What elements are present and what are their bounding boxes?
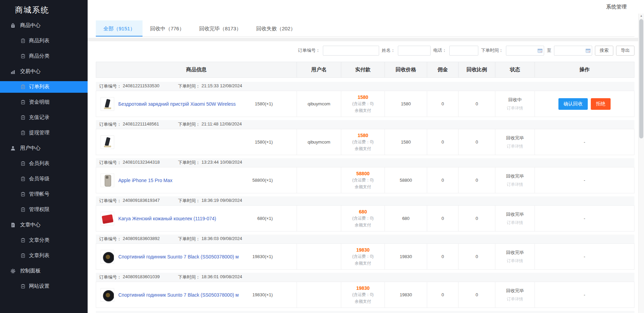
sidebar-section-1[interactable]: 交易中心 xyxy=(0,64,88,79)
commission-cell: 0 xyxy=(427,167,458,193)
product-image xyxy=(101,135,114,149)
sidebar-section-4[interactable]: 控制面板 xyxy=(0,263,88,279)
price-qty: 58800(×1) xyxy=(252,178,273,183)
no-action-placeholder: - xyxy=(584,292,585,297)
sidebar-section-3[interactable]: 文章中心 xyxy=(0,217,88,233)
sidebar: 商城系统 商品中心 商品列表 商品分类 交易中心 订单列表 资金明细 充值记录 … xyxy=(0,0,88,313)
tab-1[interactable]: 回收中（776） xyxy=(143,20,192,36)
username-cell xyxy=(297,282,341,308)
date-from-field xyxy=(506,46,544,56)
recycle-ratio-cell: 0 xyxy=(458,129,495,155)
shipping-note: (含运费：0) xyxy=(352,177,374,183)
username-cell xyxy=(297,206,341,231)
paid-cell: 58800 (含运费：0) 余额支付 xyxy=(341,167,385,193)
system-admin-link[interactable]: 系统管理 xyxy=(606,0,627,14)
operation-cell: 确认回收拒绝 xyxy=(535,91,634,117)
panel-divider xyxy=(88,38,644,41)
order-no-label: 订单编号： xyxy=(99,83,121,89)
status-text: 回收完毕 xyxy=(506,288,524,294)
order-detail-link[interactable]: 订单详情 xyxy=(507,182,523,188)
product-title-link[interactable]: Karya Женский кожаный кошелек (1119-074) xyxy=(118,216,216,221)
product-title-link[interactable]: Apple iPhone 15 Pro Max xyxy=(118,178,173,183)
sidebar-item-2-3[interactable]: 管理权限 xyxy=(0,202,88,217)
sidebar-item-3-0[interactable]: 文章分类 xyxy=(0,233,88,248)
order-time-label: 下单时间： xyxy=(178,236,200,242)
phone-input[interactable] xyxy=(449,46,478,56)
export-button[interactable]: 导出 xyxy=(616,46,634,56)
clipboard-icon xyxy=(20,130,26,135)
reject-button[interactable]: 拒绝 xyxy=(591,98,611,110)
no-action-placeholder: - xyxy=(584,254,585,259)
confirm-recycle-button[interactable]: 确认回收 xyxy=(558,98,588,110)
sidebar-menu: 商品中心 商品列表 商品分类 交易中心 订单列表 资金明细 充值记录 提现管理 … xyxy=(0,18,88,294)
sidebar-item-1-3[interactable]: 提现管理 xyxy=(0,125,88,140)
sidebar-item-label: 会员列表 xyxy=(29,160,49,167)
order-detail-link[interactable]: 订单详情 xyxy=(507,258,523,264)
sidebar-item-2-0[interactable]: 会员列表 xyxy=(0,156,88,171)
operation-cell: - xyxy=(535,167,634,193)
name-input[interactable] xyxy=(398,46,431,56)
order-detail-link[interactable]: 订单详情 xyxy=(507,144,523,149)
app-window: 商城系统 商品中心 商品列表 商品分类 交易中心 订单列表 资金明细 充值记录 … xyxy=(0,0,644,313)
clipboard-icon xyxy=(20,192,26,197)
date-to-input[interactable] xyxy=(554,46,592,56)
order-time: 21:11:48 12/08/2024 xyxy=(201,121,242,128)
sidebar-item-label: 订单列表 xyxy=(29,84,49,90)
sidebar-section-0[interactable]: 商品中心 xyxy=(0,18,88,33)
sidebar-item-0-1[interactable]: 商品分类 xyxy=(0,48,88,64)
order-no-input[interactable] xyxy=(323,46,379,56)
order-no-label: 订单编号： xyxy=(298,47,320,54)
sidebar-item-1-2[interactable]: 充值记录 xyxy=(0,110,88,125)
column-header-6: 状态 xyxy=(495,62,535,77)
sidebar-item-0-0[interactable]: 商品列表 xyxy=(0,33,88,48)
paid-amount: 1580 xyxy=(358,133,368,138)
tab-0[interactable]: 全部（9151） xyxy=(96,20,143,36)
order-time: 13:23:44 10/08/2024 xyxy=(201,160,242,166)
column-header-3: 回收价格 xyxy=(385,62,427,77)
scrollbar-thumb[interactable] xyxy=(639,19,643,138)
clipboard-icon xyxy=(20,84,26,89)
order-row: Спортивний годинник Suunto 7 Black (SS05… xyxy=(96,243,634,270)
operation-cell: - xyxy=(535,129,634,155)
filter-bar: 订单编号： 姓名： 电话： 下单时间： 至 搜索 导出 xyxy=(96,45,634,56)
product-title-link[interactable]: Бездротовий зарядний пристрій Xiaomi 50W… xyxy=(118,101,236,107)
sidebar-section-label: 文章中心 xyxy=(20,222,41,228)
product-title-link[interactable]: Спортивний годинник Suunto 7 Black (SS05… xyxy=(118,292,239,298)
status-text: 回收完毕 xyxy=(506,250,524,256)
sidebar-item-3-1[interactable]: 文章列表 xyxy=(0,248,88,263)
sidebar-item-2-2[interactable]: 管理帐号 xyxy=(0,187,88,202)
product-title-link[interactable]: Спортивний годинник Suunto 7 Black (SS05… xyxy=(118,254,239,259)
order-number: 240812211533530 xyxy=(123,83,160,89)
tab-2[interactable]: 回收完毕（8173） xyxy=(192,20,249,36)
order-time-label: 下单时间： xyxy=(178,160,200,166)
username-cell xyxy=(297,244,341,269)
recycle-ratio-cell: 0 xyxy=(458,91,495,117)
app-title: 商城系统 xyxy=(0,0,88,18)
order-detail-link[interactable]: 订单详情 xyxy=(507,105,523,111)
order-no-label: 订单编号： xyxy=(99,160,121,166)
scrollbar-up-arrow[interactable]: ▲ xyxy=(639,14,644,18)
order-detail-link[interactable]: 订单详情 xyxy=(507,220,523,226)
sidebar-item-1-1[interactable]: 资金明细 xyxy=(0,94,88,110)
tab-3[interactable]: 回收失败（202） xyxy=(249,20,303,36)
sidebar-item-label: 网站设置 xyxy=(29,283,49,289)
paid-amount: 58800 xyxy=(356,171,370,176)
scrollbar[interactable]: ▲ xyxy=(638,14,644,313)
operation-cell: - xyxy=(535,282,634,308)
search-button[interactable]: 搜索 xyxy=(595,46,613,56)
order-block: 订单编号： 240812211533530 下单时间： 21:15:33 12/… xyxy=(96,82,634,117)
clipboard-icon xyxy=(20,176,26,181)
order-row: 1580(×1) qibuymcom 1580 (含运费：0) 余额支付 158… xyxy=(96,129,634,155)
sidebar-item-2-1[interactable]: 会员等级 xyxy=(0,171,88,187)
order-block: 订单编号： 240810132344318 下单时间： 13:23:44 10/… xyxy=(96,158,634,193)
date-from-input[interactable] xyxy=(506,46,544,56)
order-detail-link[interactable]: 订单详情 xyxy=(507,296,523,302)
recycle-price-cell: 19830 xyxy=(385,244,427,269)
sidebar-item-4-0[interactable]: 网站设置 xyxy=(0,279,88,294)
order-time-label: 下单时间： xyxy=(178,274,200,280)
doc-icon xyxy=(10,222,16,228)
table-header: 商品信息用户名实付款回收价格佣金回收比例状态操作 xyxy=(96,62,634,78)
sidebar-section-2[interactable]: 用户中心 xyxy=(0,140,88,156)
sidebar-item-1-0[interactable]: 订单列表 xyxy=(0,81,88,93)
order-meta: 订单编号： 240810132344318 下单时间： 13:23:44 10/… xyxy=(96,158,634,167)
